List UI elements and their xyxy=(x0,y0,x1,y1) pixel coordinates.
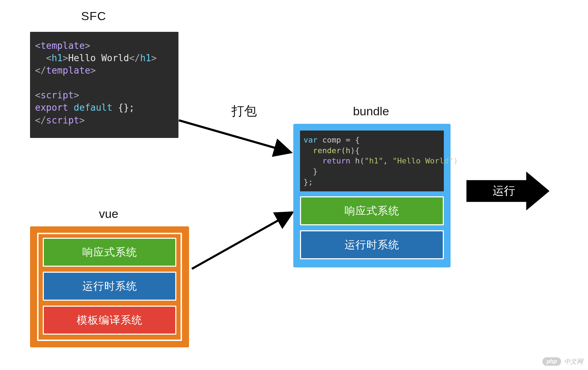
watermark-text: 中文网 xyxy=(564,357,583,366)
watermark-badge: php xyxy=(542,357,561,366)
vue-runtime-system: 运行时系统 xyxy=(43,272,176,301)
vue-title: vue xyxy=(30,207,187,221)
sfc-code-block: <template> <h1>Hello World</h1> </templa… xyxy=(30,32,178,138)
bundle-title: bundle xyxy=(293,104,449,118)
run-label: 运行 xyxy=(493,183,515,199)
vue-inner: 响应式系统 运行时系统 模板编译系统 xyxy=(37,233,182,341)
arrow-vue-to-bundle xyxy=(189,209,299,272)
vue-reactive-system: 响应式系统 xyxy=(43,238,176,267)
vue-container: 响应式系统 运行时系统 模板编译系统 xyxy=(30,226,189,347)
sfc-title: SFC xyxy=(30,9,157,23)
bundle-container: var comp = { render(h){ return h("h1", "… xyxy=(293,124,451,267)
watermark: php 中文网 xyxy=(542,357,583,366)
svg-line-1 xyxy=(192,213,292,269)
bundle-reactive-system: 响应式系统 xyxy=(300,196,444,225)
bundle-code-block: var comp = { render(h){ return h("h1", "… xyxy=(300,131,444,191)
svg-line-0 xyxy=(179,120,290,152)
arrow-sfc-to-bundle xyxy=(177,113,297,163)
run-arrow: 运行 xyxy=(466,172,549,210)
bundle-runtime-system: 运行时系统 xyxy=(300,230,444,259)
vue-template-compiler: 模板编译系统 xyxy=(43,306,176,335)
